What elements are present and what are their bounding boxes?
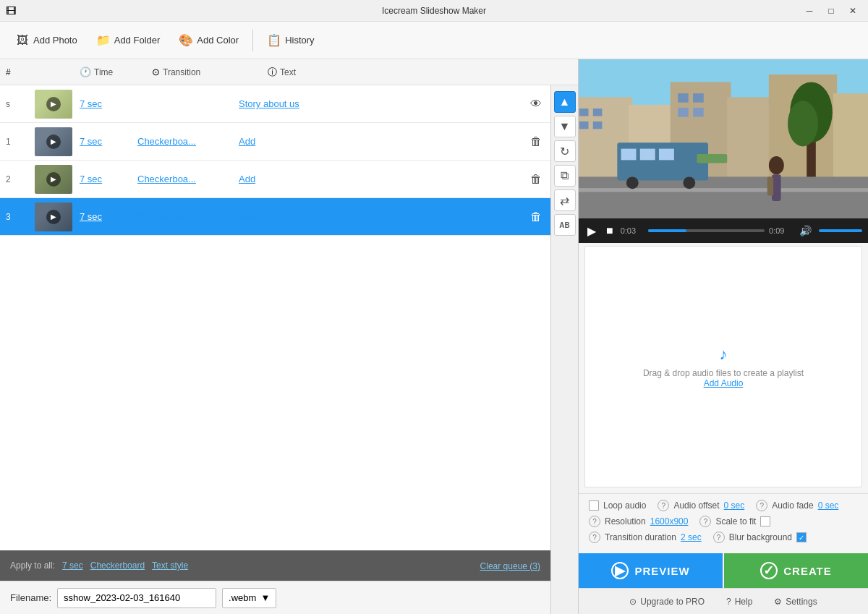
slide-row-selected[interactable]: 3 ▶ 7 sec Checkerboa... Add [0, 198, 550, 236]
settings-section: Loop audio ? Audio offset 0 sec ? Audio … [579, 493, 868, 553]
loop-audio-checkbox[interactable] [589, 500, 599, 511]
slide-row[interactable]: 2 ▶ 7 sec Checkerboa... Add [0, 161, 550, 198]
video-controls: ▶ ■ 0:03 0:09 🔊 [579, 218, 868, 243]
play-button[interactable]: ▶ [584, 223, 599, 239]
settings-link[interactable]: ⚙ Settings [774, 597, 817, 607]
audio-drop-icon: ♪ [720, 345, 728, 364]
preview-label: PREVIEW [634, 565, 689, 577]
slide-number: 1 [6, 137, 35, 147]
create-button[interactable]: ✓ CREATE [724, 553, 868, 588]
text-add-link[interactable]: Add [239, 136, 255, 147]
help-link[interactable]: ? Help [726, 597, 752, 607]
transition-link[interactable]: Checkerboa... [137, 136, 196, 147]
slide-thumbnail: ▶ [35, 127, 72, 156]
transition-link[interactable]: Checkerboa... [137, 174, 196, 184]
close-button[interactable]: ✕ [843, 4, 862, 18]
text-icon: ⓘ [268, 66, 277, 79]
slide-number: 2 [6, 174, 35, 184]
slide-actions: 🗑 [527, 208, 545, 226]
slide-transition: Checkerboa... [137, 211, 239, 222]
transition-apply-link[interactable]: Checkerboard [90, 560, 145, 571]
audio-offset-help-icon[interactable]: ? [658, 500, 669, 511]
scale-to-fit-checkbox[interactable] [760, 516, 770, 526]
audio-offset-label: Audio offset [673, 500, 719, 511]
stop-button[interactable]: ■ [603, 223, 616, 239]
time-link[interactable]: 7 sec [80, 136, 102, 147]
bottom-bar: Apply to all: 7 sec Checkerboard Text st… [0, 550, 550, 581]
upgrade-label: Upgrade to PRO [640, 597, 705, 607]
delete-button[interactable]: 🗑 [527, 208, 545, 226]
clear-queue: Clear queue (3) [480, 560, 540, 571]
audio-offset-value[interactable]: 0 sec [724, 500, 745, 511]
delete-button[interactable]: 🗑 [527, 132, 545, 151]
transition-duration-help-icon[interactable]: ? [589, 532, 600, 543]
add-folder-button[interactable]: 📁 Add Folder [88, 28, 169, 53]
maximize-button[interactable]: □ [822, 4, 841, 18]
loop-audio-item: Loop audio [589, 500, 646, 511]
delete-button[interactable]: 🗑 [527, 170, 545, 189]
slide-time: 7 sec [80, 98, 137, 109]
rotate-button[interactable]: ↻ [554, 140, 576, 162]
time-apply-link[interactable]: 7 sec [62, 560, 83, 571]
add-folder-icon: 📁 [96, 33, 111, 48]
titlebar-left: 🎞 [6, 5, 16, 17]
scale-help-icon[interactable]: ? [699, 516, 711, 527]
resolution-help-icon[interactable]: ? [589, 516, 600, 527]
svg-rect-29 [697, 154, 727, 163]
time-link[interactable]: 7 sec [80, 211, 102, 222]
extension-selector[interactable]: .webm ▼ [222, 588, 276, 608]
time-current: 0:03 [621, 226, 644, 235]
eye-button[interactable]: 👁 [527, 95, 545, 114]
filename-input[interactable] [57, 588, 216, 608]
video-preview: Preview transition to slide 3 [579, 59, 868, 240]
blur-help-icon[interactable]: ? [713, 532, 725, 543]
slide-actions: 🗑 [527, 170, 545, 189]
footer-links: ⊙ Upgrade to PRO ? Help ⚙ Settings [579, 588, 868, 614]
ab-button[interactable]: AB [554, 214, 576, 236]
transition-duration-item: ? Transition duration 2 sec [589, 532, 702, 543]
blur-background-checkbox[interactable]: ✓ [796, 532, 807, 542]
move-down-button[interactable]: ▼ [554, 116, 576, 137]
progress-bar[interactable] [648, 229, 765, 232]
upgrade-link[interactable]: ⊙ Upgrade to PRO [629, 597, 705, 607]
volume-button[interactable]: 🔊 [796, 223, 814, 238]
add-color-icon: 🎨 [179, 33, 193, 48]
clear-link[interactable]: Clear queue (3) [480, 561, 540, 571]
audio-fade-value[interactable]: 0 sec [818, 500, 839, 511]
clock-icon: 🕐 [80, 67, 91, 77]
audio-fade-help-icon[interactable]: ? [756, 500, 767, 511]
audio-section: ♪ Drag & drop audio files to create a pl… [584, 246, 862, 487]
text-add-link[interactable]: Add [239, 211, 255, 222]
slide-thumbnail: ▶ [35, 202, 72, 231]
transition-duration-value[interactable]: 2 sec [681, 532, 702, 542]
share-button[interactable]: ⇄ [554, 189, 576, 211]
minimize-button[interactable]: ─ [800, 4, 819, 18]
slide-row[interactable]: 1 ▶ 7 sec Checkerboa... Add [0, 123, 550, 161]
copy-button[interactable]: ⧉ [554, 165, 576, 187]
add-color-button[interactable]: 🎨 Add Color [171, 28, 247, 53]
text-content-link[interactable]: Story about us [239, 98, 299, 109]
history-button[interactable]: 📋 History [259, 28, 322, 53]
slide-row[interactable]: s ▶ 7 sec Story about us 👁 [0, 85, 550, 123]
toolbar: 🖼 Add Photo 📁 Add Folder 🎨 Add Color 📋 H… [0, 22, 868, 59]
time-link[interactable]: 7 sec [80, 174, 102, 184]
text-style-apply-link[interactable]: Text style [152, 560, 188, 571]
app-icon: 🎞 [6, 5, 16, 17]
add-audio-link[interactable]: Add Audio [704, 378, 744, 388]
time-link[interactable]: 7 sec [80, 98, 102, 109]
settings-label: Settings [786, 597, 817, 607]
apply-label: Apply to all: [10, 560, 55, 571]
resolution-value[interactable]: 1600x900 [650, 516, 689, 526]
main-content: # 🕐 Time ⊙ Transition ⓘ Text [0, 59, 868, 614]
move-up-button[interactable]: ▲ [554, 91, 576, 113]
text-add-link[interactable]: Add [239, 174, 255, 184]
volume-slider[interactable] [819, 229, 862, 232]
settings-row-1: Loop audio ? Audio offset 0 sec ? Audio … [589, 500, 858, 511]
svg-rect-18 [579, 176, 868, 218]
transition-link[interactable]: Checkerboa... [137, 211, 196, 222]
list-side-toolbar: ▲ ▼ ↻ ⧉ ⇄ AB [550, 85, 578, 614]
preview-button[interactable]: ▶ PREVIEW [579, 553, 723, 588]
table-header: # 🕐 Time ⊙ Transition ⓘ Text [0, 59, 578, 85]
add-photo-button[interactable]: 🖼 Add Photo [7, 28, 85, 53]
window-title: Icecream Slideshow Maker [382, 6, 486, 16]
